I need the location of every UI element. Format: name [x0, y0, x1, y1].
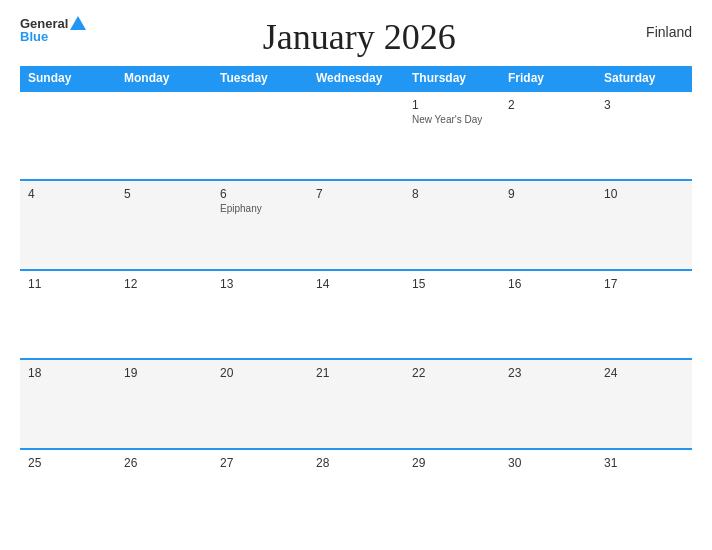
- day-number: 27: [220, 456, 300, 470]
- calendar-cell: 7: [308, 180, 404, 269]
- day-number: 28: [316, 456, 396, 470]
- calendar-cell: 20: [212, 359, 308, 448]
- day-number: 2: [508, 98, 588, 112]
- calendar-cell: 21: [308, 359, 404, 448]
- day-number: 11: [28, 277, 108, 291]
- day-number: 18: [28, 366, 108, 380]
- calendar-header: General Blue January 2026 Finland: [20, 16, 692, 58]
- calendar-cell: 22: [404, 359, 500, 448]
- calendar-title: January 2026: [86, 16, 632, 58]
- day-number: 21: [316, 366, 396, 380]
- calendar-cell: 26: [116, 449, 212, 538]
- day-number: 15: [412, 277, 492, 291]
- calendar-cell: 4: [20, 180, 116, 269]
- header-saturday: Saturday: [596, 66, 692, 91]
- calendar-cell: 8: [404, 180, 500, 269]
- calendar-cell: [20, 91, 116, 180]
- day-number: 10: [604, 187, 684, 201]
- calendar-cell: 9: [500, 180, 596, 269]
- day-number: 9: [508, 187, 588, 201]
- calendar-cell: 30: [500, 449, 596, 538]
- calendar-cell: 10: [596, 180, 692, 269]
- header-friday: Friday: [500, 66, 596, 91]
- header-sunday: Sunday: [20, 66, 116, 91]
- calendar-cell: 28: [308, 449, 404, 538]
- calendar-cell: 12: [116, 270, 212, 359]
- calendar-cell: 29: [404, 449, 500, 538]
- day-number: 20: [220, 366, 300, 380]
- title-area: January 2026: [86, 16, 632, 58]
- calendar-cell: [308, 91, 404, 180]
- day-number: 29: [412, 456, 492, 470]
- calendar-cell: 16: [500, 270, 596, 359]
- weekday-header-row: Sunday Monday Tuesday Wednesday Thursday…: [20, 66, 692, 91]
- calendar-page: General Blue January 2026 Finland Sunday…: [0, 0, 712, 550]
- calendar-week-row: 18192021222324: [20, 359, 692, 448]
- calendar-cell: 23: [500, 359, 596, 448]
- day-number: 4: [28, 187, 108, 201]
- day-number: 13: [220, 277, 300, 291]
- calendar-cell: [212, 91, 308, 180]
- calendar-cell: 15: [404, 270, 500, 359]
- calendar-week-row: 11121314151617: [20, 270, 692, 359]
- day-number: 26: [124, 456, 204, 470]
- day-number: 1: [412, 98, 492, 112]
- day-number: 8: [412, 187, 492, 201]
- calendar-cell: 1New Year's Day: [404, 91, 500, 180]
- calendar-cell: 17: [596, 270, 692, 359]
- calendar-week-row: 456Epiphany78910: [20, 180, 692, 269]
- day-number: 7: [316, 187, 396, 201]
- header-tuesday: Tuesday: [212, 66, 308, 91]
- logo-triangle-icon: [70, 16, 86, 30]
- header-monday: Monday: [116, 66, 212, 91]
- holiday-name: Epiphany: [220, 203, 300, 214]
- calendar-cell: 3: [596, 91, 692, 180]
- calendar-week-row: 25262728293031: [20, 449, 692, 538]
- calendar-table: Sunday Monday Tuesday Wednesday Thursday…: [20, 66, 692, 538]
- day-number: 17: [604, 277, 684, 291]
- calendar-cell: 24: [596, 359, 692, 448]
- day-number: 22: [412, 366, 492, 380]
- calendar-cell: 11: [20, 270, 116, 359]
- calendar-cell: 2: [500, 91, 596, 180]
- day-number: 6: [220, 187, 300, 201]
- calendar-cell: 5: [116, 180, 212, 269]
- day-number: 5: [124, 187, 204, 201]
- day-number: 14: [316, 277, 396, 291]
- calendar-cell: 18: [20, 359, 116, 448]
- country-label: Finland: [632, 24, 692, 40]
- calendar-week-row: 1New Year's Day23: [20, 91, 692, 180]
- calendar-cell: 19: [116, 359, 212, 448]
- day-number: 23: [508, 366, 588, 380]
- calendar-cell: [116, 91, 212, 180]
- day-number: 24: [604, 366, 684, 380]
- day-number: 16: [508, 277, 588, 291]
- holiday-name: New Year's Day: [412, 114, 492, 125]
- calendar-cell: 14: [308, 270, 404, 359]
- logo: General Blue: [20, 16, 86, 44]
- header-thursday: Thursday: [404, 66, 500, 91]
- logo-blue-text: Blue: [20, 29, 48, 44]
- day-number: 30: [508, 456, 588, 470]
- day-number: 3: [604, 98, 684, 112]
- header-wednesday: Wednesday: [308, 66, 404, 91]
- day-number: 25: [28, 456, 108, 470]
- day-number: 12: [124, 277, 204, 291]
- calendar-cell: 31: [596, 449, 692, 538]
- day-number: 31: [604, 456, 684, 470]
- calendar-cell: 25: [20, 449, 116, 538]
- calendar-cell: 27: [212, 449, 308, 538]
- day-number: 19: [124, 366, 204, 380]
- calendar-cell: 13: [212, 270, 308, 359]
- calendar-cell: 6Epiphany: [212, 180, 308, 269]
